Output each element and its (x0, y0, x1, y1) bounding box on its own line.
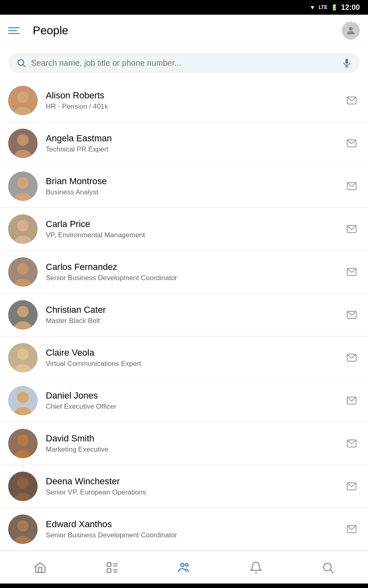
android-nav-bar (0, 584, 368, 588)
svg-point-56 (181, 563, 184, 566)
top-bar: People (0, 15, 368, 47)
android-back-button[interactable] (52, 586, 71, 588)
svg-point-35 (17, 392, 29, 403)
mail-icon (346, 481, 357, 492)
mail-button[interactable] (343, 350, 360, 366)
mail-icon (346, 352, 357, 363)
svg-point-43 (17, 477, 29, 489)
lte-icon: LTE (319, 4, 328, 10)
nav-item-notifications[interactable] (220, 558, 292, 577)
person-info: Daniel Jones Chief Executive Officer (46, 390, 343, 411)
battery-icon: 🔋 (331, 4, 338, 11)
svg-point-27 (17, 306, 29, 317)
mail-button[interactable] (343, 307, 360, 323)
person-title: Virtual Communications Expert (46, 360, 343, 368)
svg-point-39 (17, 434, 29, 446)
page-title: People (33, 24, 342, 37)
svg-point-11 (17, 134, 29, 146)
person-info: Brian Montrose Business Analyst (46, 176, 343, 196)
avatar (8, 257, 38, 287)
person-name: Daniel Jones (46, 390, 343, 401)
mic-icon[interactable] (342, 58, 352, 68)
mail-button[interactable] (343, 264, 360, 280)
bottom-nav (0, 551, 368, 584)
mail-button[interactable] (343, 92, 360, 109)
svg-rect-3 (346, 59, 348, 64)
svg-point-47 (17, 520, 29, 532)
person-title: Senior Business Development Coordinator (46, 531, 343, 539)
feed-icon (105, 561, 119, 574)
search-nav-icon (321, 561, 334, 574)
mail-button[interactable] (343, 435, 360, 452)
avatar (8, 386, 38, 415)
mail-button[interactable] (343, 221, 360, 237)
mail-icon (346, 138, 357, 149)
person-info: Christian Cater Master Black Belt (46, 305, 343, 325)
home-icon (34, 561, 47, 574)
person-name: Carla Price (46, 219, 343, 229)
nav-item-search[interactable] (292, 558, 364, 577)
person-item-alison-roberts[interactable]: Alison Roberts HR - Pension / 401k (0, 79, 368, 122)
mail-button[interactable] (343, 521, 360, 537)
android-home-button[interactable] (174, 586, 194, 588)
person-info: Edward Xanthos Senior Business Developme… (46, 519, 343, 539)
person-item-daniel-jones[interactable]: Daniel Jones Chief Executive Officer (0, 379, 368, 422)
svg-point-19 (17, 220, 29, 232)
person-item-christian-cater[interactable]: Christian Cater Master Black Belt (0, 294, 368, 336)
person-info: Angela Eastman Technical PR Expert (46, 133, 343, 154)
person-name: Alison Roberts (46, 90, 343, 101)
menu-button[interactable] (8, 22, 26, 40)
person-item-carlos-fernandez[interactable]: Carlos Fernandez Senior Business Develop… (0, 251, 368, 294)
avatar (8, 214, 38, 244)
search-bar (8, 53, 360, 73)
person-item-claire-veola[interactable]: Claire Veola Virtual Communications Expe… (0, 336, 368, 379)
nav-item-people[interactable] (148, 558, 220, 577)
person-title: Chief Executive Officer (46, 403, 343, 411)
mail-button[interactable] (343, 478, 360, 494)
profile-icon (345, 25, 357, 36)
person-title: HR - Pension / 401k (46, 102, 343, 111)
people-list: Alison Roberts HR - Pension / 401k Angel… (0, 79, 368, 551)
person-item-carla-price[interactable]: Carla Price VP, Environmental Management (0, 208, 368, 251)
person-info: Claire Veola Virtual Communications Expe… (46, 347, 343, 368)
wifi-icon: ▼ (310, 4, 315, 11)
mail-icon (346, 181, 357, 192)
person-item-angela-eastman[interactable]: Angela Eastman Technical PR Expert (0, 122, 368, 165)
nav-item-home[interactable] (4, 558, 76, 577)
hamburger-line-1 (8, 27, 20, 28)
svg-point-31 (17, 349, 29, 360)
mail-button[interactable] (343, 392, 360, 409)
svg-rect-51 (107, 568, 111, 572)
person-title: Senior Business Development Coordinator (46, 274, 343, 282)
android-recent-button[interactable] (297, 586, 316, 588)
mail-icon (346, 395, 357, 406)
mail-button[interactable] (343, 178, 360, 194)
avatar (8, 343, 38, 372)
search-input[interactable] (31, 58, 337, 68)
person-item-brian-montrose[interactable]: Brian Montrose Business Analyst (0, 165, 368, 208)
mail-button[interactable] (343, 135, 360, 151)
person-info: Carla Price VP, Environmental Management (46, 219, 343, 239)
nav-item-feed[interactable] (76, 558, 148, 577)
avatar (8, 429, 38, 458)
mail-icon (346, 310, 357, 320)
person-item-edward-xanthos[interactable]: Edward Xanthos Senior Business Developme… (0, 508, 368, 551)
person-info: Deena Winchester Senior VP, European Ope… (46, 476, 343, 497)
search-bar-container (0, 47, 368, 79)
svg-point-57 (185, 564, 188, 566)
avatar (8, 86, 38, 115)
person-name: David Smith (46, 433, 343, 444)
person-name: Angela Eastman (46, 133, 343, 144)
person-title: Technical PR Expert (46, 145, 343, 154)
hamburger-line-3 (8, 33, 20, 34)
search-icon (16, 58, 26, 68)
mail-icon (346, 438, 357, 449)
person-item-deena-winchester[interactable]: Deena Winchester Senior VP, European Ope… (0, 465, 368, 508)
svg-rect-50 (107, 563, 111, 566)
profile-button[interactable] (342, 22, 360, 40)
person-title: Marketing Executive (46, 445, 343, 454)
person-item-david-smith[interactable]: David Smith Marketing Executive (0, 422, 368, 465)
avatar (8, 129, 38, 158)
person-info: David Smith Marketing Executive (46, 433, 343, 454)
svg-point-1 (18, 60, 24, 65)
